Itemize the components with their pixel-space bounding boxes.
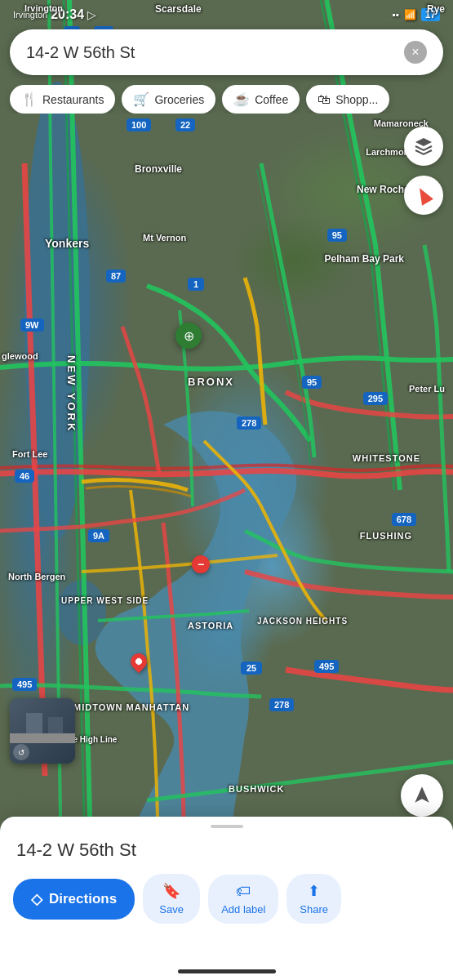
places-marker[interactable]: ⊕ (175, 323, 202, 349)
route-100: 100 (127, 118, 151, 131)
add-label-icon: 🏷 (236, 883, 251, 900)
route-495: 495 (12, 678, 37, 691)
share-icon: ⬆ (308, 882, 320, 900)
route-678: 678 (392, 513, 416, 526)
battery-badge: 17 (421, 8, 440, 21)
route-278-1: 278 (237, 416, 261, 430)
directions-label: Directions (49, 891, 117, 907)
restaurants-icon: 🍴 (21, 91, 38, 107)
compass-button[interactable] (404, 176, 443, 215)
filter-coffee[interactable]: ☕ Coffee (222, 85, 300, 114)
bottom-sheet: 14-2 W 56th St ◇ Directions 🔖 Save 🏷 Add… (0, 817, 453, 980)
map-thumbnail[interactable]: ↺ (10, 698, 75, 764)
bottom-actions: ◇ Directions 🔖 Save 🏷 Add label ⬆ Share (0, 861, 453, 937)
filter-restaurants[interactable]: 🍴 Restaurants (10, 85, 115, 114)
location-label: Irvington (13, 10, 47, 20)
directions-button[interactable]: ◇ Directions (13, 879, 135, 920)
share-button[interactable]: ⬆ Share (286, 874, 341, 924)
route-9a: 9A (88, 529, 109, 542)
groceries-icon: 🛒 (133, 91, 149, 107)
coffee-icon: ☕ (233, 91, 250, 107)
search-text: 14-2 W 56th St (26, 43, 404, 62)
route-495-2: 495 (314, 660, 339, 673)
home-indicator (178, 969, 276, 973)
wifi-icon: 📶 (404, 9, 416, 20)
thumbnail-inner: ↺ (10, 698, 75, 764)
filter-groceries[interactable]: 🛒 Groceries (122, 85, 215, 114)
location-pin (131, 653, 147, 670)
navigation-button[interactable] (401, 774, 443, 817)
thumbnail-building-1 (26, 713, 42, 733)
directions-icon: ◇ (31, 890, 42, 908)
coffee-label: Coffee (255, 93, 288, 106)
route-87-2: 87 (106, 270, 126, 283)
svg-point-1 (57, 580, 106, 645)
thumbnail-building-2 (48, 717, 63, 733)
filter-shopping[interactable]: 🛍 Shopp... (306, 85, 389, 114)
map-container[interactable]: Irvington Scarsdale Rye Mamaroneck Larch… (0, 0, 453, 870)
groceries-label: Groceries (154, 93, 204, 106)
route-295: 295 (363, 392, 388, 405)
signal-icon: ▪▪ (392, 9, 399, 20)
shopping-icon: 🛍 (318, 92, 331, 107)
route-46: 46 (15, 470, 34, 483)
route-95-1: 95 (327, 229, 347, 242)
road-incident-1: − (192, 555, 210, 573)
add-label-text: Add label (221, 903, 265, 915)
search-bar[interactable]: 14-2 W 56th St × (10, 29, 443, 75)
route-22: 22 (175, 118, 195, 131)
route-25: 25 (241, 662, 262, 675)
add-label-button[interactable]: 🏷 Add label (208, 875, 278, 924)
status-icons: ▪▪ 📶 17 (392, 8, 440, 21)
route-95-2: 95 (302, 376, 322, 389)
status-bar: Irvington 20:34 ▷ ▪▪ 📶 17 (0, 0, 453, 29)
filter-pills: 🍴 Restaurants 🛒 Groceries ☕ Coffee 🛍 Sho… (0, 85, 453, 114)
thumbnail-street (10, 733, 75, 743)
route-1-1: 1 (188, 278, 204, 291)
shopping-label: Shopp... (335, 93, 378, 106)
status-time: 20:34 (51, 7, 84, 22)
save-label: Save (159, 903, 184, 915)
thumbnail-refresh-icon[interactable]: ↺ (13, 744, 29, 760)
map-layers-button[interactable] (404, 127, 443, 166)
compass-arrow (414, 185, 433, 205)
save-button[interactable]: 🔖 Save (143, 874, 200, 924)
search-clear-button[interactable]: × (404, 41, 427, 64)
share-label: Share (300, 903, 328, 915)
restaurants-label: Restaurants (42, 93, 104, 106)
route-9w: 9W (20, 318, 44, 332)
save-icon: 🔖 (162, 882, 180, 900)
route-278-2: 278 (269, 698, 294, 711)
bottom-title: 14-2 W 56th St (0, 828, 453, 861)
